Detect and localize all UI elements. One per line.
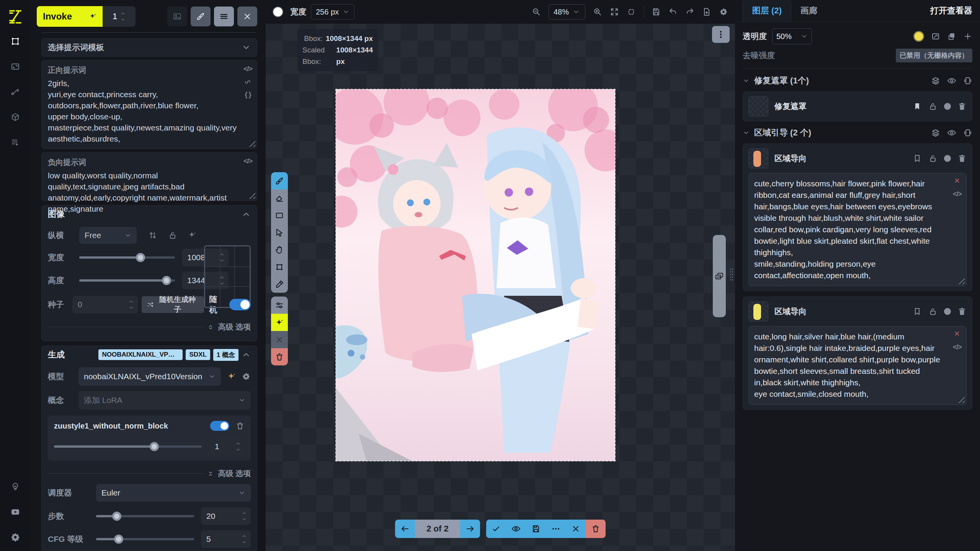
move-tool[interactable] [271,224,288,241]
positive-prompt-input[interactable]: 2girls, yuri,eye contact,princess carry,… [48,78,237,144]
invoke-region-tool[interactable] [271,314,288,331]
lora-delete-icon[interactable] [235,421,245,430]
view-code-icon[interactable]: </> [243,157,252,165]
optimize-size-icon[interactable] [188,231,197,240]
resize-grip[interactable] [958,396,965,403]
view-code-icon[interactable]: </> [243,65,252,73]
curly-braces-icon[interactable]: { } [245,91,251,99]
iterations-input[interactable]: 1 [103,6,136,27]
resize-grip[interactable] [248,192,255,199]
nav-queue[interactable] [7,134,24,151]
merge-layers-icon[interactable] [931,128,940,137]
video-tutorials-icon[interactable] [7,504,24,520]
tab-layers[interactable]: 图层 (2) [743,0,791,22]
delete-layer-icon[interactable] [957,102,967,111]
add-lora-select[interactable]: 添加 LoRA [78,391,251,409]
seed-input[interactable]: 0 [72,296,138,313]
remove-prompt-icon[interactable] [954,177,960,184]
viewer-mode-button[interactable] [167,7,187,26]
random-seed-toggle[interactable] [229,299,251,310]
scheduler-select[interactable]: Euler [96,484,251,502]
visibility-eye-icon[interactable] [947,76,956,85]
prev-image-button[interactable] [395,520,415,538]
bookmark-icon[interactable] [913,154,922,163]
nav-workflows[interactable] [7,83,24,100]
panel-menu-button[interactable] [214,7,234,26]
cancel-staging-button[interactable] [566,520,586,538]
close-panel-button[interactable] [237,7,257,26]
steps-slider[interactable] [96,515,194,517]
zoom-in-icon[interactable] [593,7,602,16]
preview-toggle-button[interactable] [506,520,526,538]
link-icon[interactable] [244,78,251,85]
new-from-bbox-icon[interactable] [963,76,972,85]
regional-prompt-text[interactable]: cute,long hair,silver hair,blue hair,(me… [754,331,945,400]
lock-icon[interactable] [928,102,938,111]
nav-models[interactable] [7,109,24,126]
zoom-level-select[interactable]: 48% [549,4,585,20]
remove-prompt-icon[interactable] [954,330,960,337]
advanced-options-toggle[interactable]: 高级 选项 [218,322,251,332]
collapse-icon[interactable] [242,350,251,359]
nav-upscaling[interactable] [7,58,24,75]
nav-canvas[interactable] [7,33,24,50]
merge-layers-icon[interactable] [931,76,940,85]
delete-layer-icon[interactable] [957,307,967,316]
lock-aspect-icon[interactable] [168,231,177,240]
help-icon[interactable] [7,478,24,495]
layer-color-swatch[interactable] [913,31,924,42]
view-code-icon[interactable]: </> [953,190,962,198]
undo-icon[interactable] [668,7,678,16]
view-hand-tool[interactable] [271,241,288,258]
increment-icon[interactable] [120,11,126,16]
prompt-template-selector[interactable]: 选择提示词模板 [41,38,257,57]
lora-weight-input[interactable]: 1 [209,438,245,455]
bbox-tool[interactable] [271,258,288,276]
opacity-select[interactable]: 50% [772,28,812,44]
lock-icon[interactable] [928,154,938,163]
model-settings-gear-icon[interactable] [242,372,251,381]
regional-guidance-layer-row[interactable]: 区域导向 cute,long hair,silver hair,blue hai… [743,297,972,410]
delete-tool[interactable] [271,348,288,365]
zoom-out-icon[interactable] [532,7,541,16]
visibility-eye-icon[interactable] [947,128,956,137]
delete-layer-icon[interactable] [957,154,967,163]
canvas-menu-kebab-button[interactable] [712,26,730,43]
bookmark-icon[interactable] [913,307,922,316]
regional-prompt-box[interactable]: cute,cherry blossoms,hair flower,pink fl… [748,173,967,286]
cfg-input[interactable]: 5 [201,530,251,548]
lora-enabled-toggle[interactable] [210,421,229,431]
canvas-mode-button[interactable] [191,7,211,26]
mask-color-dot[interactable] [944,308,951,315]
regional-prompt-text[interactable]: cute,cherry blossoms,hair flower,pink fl… [754,178,945,281]
decrement-icon[interactable] [120,17,126,22]
bookmark-icon[interactable] [913,102,922,111]
regional-guidance-section-header[interactable]: 区域引导 (2 个) [743,125,972,140]
new-canvas-icon[interactable] [702,7,711,16]
cfg-slider[interactable] [96,538,194,540]
settings-gear-icon[interactable] [7,529,24,546]
swap-dimensions-icon[interactable] [148,231,157,240]
inpaint-mask-layer-row[interactable]: 修复遮罩 [743,91,972,121]
invoke-button[interactable]: Invoke [37,6,103,27]
next-image-button[interactable] [460,520,480,538]
negative-prompt-input[interactable]: low quality,worst quality,normal quality… [48,170,237,214]
cancel-tool[interactable] [271,331,288,348]
fit-layer-icon[interactable] [931,32,940,41]
tab-gallery[interactable]: 画廊 [791,0,826,22]
duplicate-layer-icon[interactable] [947,32,956,41]
view-code-icon[interactable]: </> [953,343,962,351]
brush-width-select[interactable]: 256 px [311,4,354,20]
panel-resize-handle[interactable] [730,268,733,282]
save-canvas-icon[interactable] [652,7,661,16]
accept-image-button[interactable] [486,520,506,538]
generated-image[interactable] [336,89,615,461]
redo-icon[interactable] [685,7,694,16]
gallery-toggle-pill[interactable] [713,235,726,317]
eraser-tool[interactable] [271,189,288,207]
mask-color-dot[interactable] [944,155,951,162]
height-slider[interactable] [79,279,175,282]
collapse-icon[interactable] [242,210,251,219]
regional-prompt-box[interactable]: cute,long hair,silver hair,blue hair,(me… [748,326,967,405]
randomize-seed-button[interactable]: 随机生成种子 [142,296,204,313]
